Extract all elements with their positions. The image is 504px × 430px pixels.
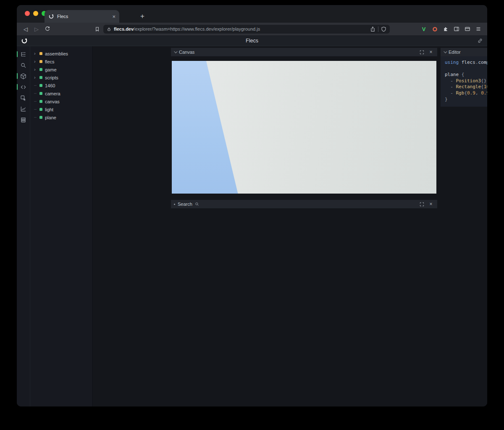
entities-tree-icon[interactable] [17, 49, 30, 60]
share-link-icon[interactable] [477, 38, 483, 44]
tree-item-light[interactable]: light [30, 105, 92, 113]
bookmarks-sidebar-icon[interactable] [92, 24, 102, 34]
canvas-panel-header[interactable]: Canvas × [171, 48, 437, 56]
tree-item-label: 1460 [45, 83, 55, 88]
code-line: } [445, 97, 487, 103]
active-indicator [17, 84, 18, 90]
close-window-button[interactable] [25, 11, 30, 16]
new-tab-button[interactable]: + [138, 12, 147, 21]
close-panel-icon[interactable]: × [428, 201, 434, 207]
extension-circle-icon[interactable] [430, 24, 439, 34]
tree-item-game[interactable]: ›game [30, 66, 92, 73]
collapse-chevron-icon[interactable] [174, 50, 177, 53]
tree-line [34, 101, 38, 102]
collapse-chevron-icon[interactable] [444, 50, 447, 53]
tree-item-assemblies[interactable]: ›assemblies [30, 50, 92, 58]
tree-item-label: plane [45, 115, 56, 120]
fullscreen-icon[interactable] [418, 201, 425, 207]
tree-item-flecs[interactable]: ›flecs [30, 58, 92, 66]
forward-icon[interactable]: ▷ [32, 24, 41, 34]
url-domain: flecs.dev [114, 26, 134, 31]
tree-item-canvas[interactable]: canvas [30, 97, 92, 105]
active-indicator [17, 73, 18, 79]
canvas-panel: Canvas × [171, 48, 437, 194]
explorer-content: ›assemblies›flecs›game›scripts1460camera… [17, 46, 487, 406]
window-controls [25, 11, 47, 16]
menu-icon[interactable] [474, 24, 483, 34]
extension-v-icon[interactable]: V [419, 24, 428, 34]
entity-color-swatch [39, 68, 42, 71]
minimize-window-button[interactable] [33, 11, 38, 16]
expand-chevron-icon[interactable]: › [34, 51, 38, 56]
entity-color-swatch [39, 92, 42, 95]
tree-item-label: scripts [45, 75, 58, 80]
expand-chevron-icon[interactable]: › [34, 67, 38, 72]
search-panel-header[interactable]: Search × [171, 200, 437, 208]
code-icon[interactable] [17, 81, 30, 92]
code-line [445, 66, 487, 72]
entity-color-swatch [39, 76, 42, 79]
page-title: Flecs [17, 38, 487, 44]
address-bar[interactable]: flecs.dev/explorer/?wasm=https://www.fle… [103, 25, 390, 34]
tree-line [34, 85, 38, 86]
browser-tab-flecs[interactable]: Flecs × [45, 10, 119, 23]
lock-icon [107, 27, 111, 31]
tree-item-1460[interactable]: 1460 [30, 81, 92, 89]
tree-item-camera[interactable]: camera [30, 89, 92, 97]
entity-color-swatch [39, 100, 42, 103]
code-line: - Rgb{0.9, 0.9, 0.9} [445, 90, 487, 97]
main-area: Canvas × Search [93, 46, 487, 406]
editor-panel-header[interactable]: Editor × [441, 48, 487, 56]
stats-chart-icon[interactable] [17, 103, 30, 114]
fullscreen-icon[interactable] [418, 49, 425, 55]
entity-color-swatch [39, 108, 42, 111]
tables-icon[interactable] [17, 114, 30, 125]
tree-item-label: assemblies [45, 51, 68, 56]
entity-tree-panel: ›assemblies›flecs›game›scripts1460camera… [30, 46, 93, 406]
flecs-favicon-icon [48, 13, 54, 19]
tool-sidebar [17, 46, 30, 406]
tree-line [34, 93, 38, 94]
entity-color-swatch [39, 116, 42, 119]
tree-line [34, 109, 38, 110]
back-icon[interactable]: ◁ [21, 24, 30, 34]
3d-viewport[interactable] [172, 61, 436, 194]
code-line: - Rectangle{100, 100} [445, 84, 487, 90]
active-indicator [17, 51, 18, 57]
tree-item-scripts[interactable]: ›scripts [30, 73, 92, 81]
inspector-icon[interactable] [17, 92, 30, 103]
entity-color-swatch [39, 84, 42, 87]
code-line: - Position3{} [445, 78, 487, 84]
share-icon[interactable] [370, 26, 375, 32]
tree-item-label: flecs [45, 59, 55, 64]
expand-chevron-icon[interactable]: › [34, 59, 38, 64]
search-icon[interactable] [17, 60, 30, 71]
brave-shield-icon[interactable] [381, 26, 386, 32]
tree-item-plane[interactable]: plane [30, 113, 92, 121]
components-cube-icon[interactable] [17, 71, 30, 81]
close-tab-icon[interactable]: × [112, 14, 116, 19]
search-panel: Search × [171, 200, 437, 208]
canvas-panel-title: Canvas [179, 50, 194, 55]
entity-color-swatch [39, 52, 42, 55]
wallet-icon[interactable] [463, 24, 472, 34]
url-text: flecs.dev/explorer/?wasm=https://www.fle… [114, 26, 368, 31]
tree-item-label: camera [45, 91, 60, 96]
tab-title: Flecs [57, 14, 109, 19]
code-line: using flecs.components.* [445, 60, 487, 66]
code-editor[interactable]: using flecs.components.* plane { - Posit… [441, 56, 487, 107]
tab-strip: Flecs × + [17, 5, 487, 23]
browser-navbar: ◁ ▷ flecs.dev/explorer/?wasm=https://www… [17, 23, 487, 35]
browser-window: Flecs × + ◁ ▷ flecs.dev/explorer/?wasm=h… [17, 5, 487, 406]
tree-item-label: canvas [45, 99, 60, 104]
extensions-puzzle-icon[interactable] [441, 24, 450, 34]
reload-icon[interactable] [43, 24, 52, 34]
expand-chevron-icon[interactable]: › [34, 75, 38, 80]
sidebar-toggle-icon[interactable] [452, 24, 461, 34]
tree-item-label: light [45, 107, 53, 112]
close-panel-icon[interactable]: × [428, 49, 434, 55]
tree-item-label: game [45, 67, 57, 72]
entity-color-swatch [39, 60, 42, 63]
collapsed-dot-icon[interactable] [174, 204, 175, 205]
editor-panel-title: Editor [449, 50, 461, 55]
